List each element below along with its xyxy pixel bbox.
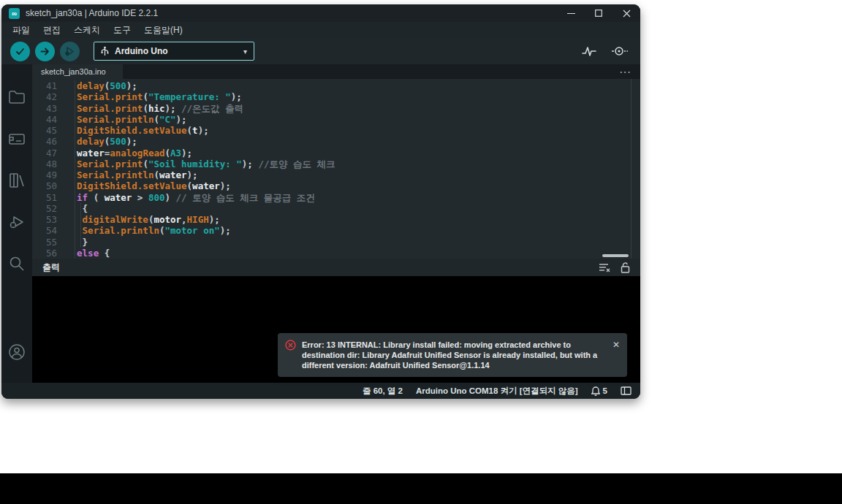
board-port-status[interactable]: Arduino Uno COM18 켜기 [연결되지 않음] [416, 386, 578, 397]
menu-help[interactable]: 도움말(H) [137, 24, 189, 37]
code-text: } [57, 237, 88, 248]
more-actions-icon[interactable]: ··· [620, 66, 640, 77]
cursor-position[interactable]: 줄 60, 열 2 [363, 386, 403, 397]
code-line: 42 Serial.print("Temperature: "); [32, 91, 640, 102]
vertical-scrollbar[interactable] [631, 79, 640, 259]
close-button[interactable] [612, 4, 640, 22]
verify-button[interactable] [10, 42, 30, 61]
tab-label: sketch_jan30a.ino [41, 67, 106, 76]
line-number: 42 [32, 91, 57, 102]
line-number: 50 [32, 180, 57, 191]
code-text: Serial.print(hic); //온도값 출력 [57, 103, 243, 114]
line-number: 48 [32, 159, 57, 169]
search-icon[interactable] [1, 243, 32, 284]
menu-file[interactable]: 파일 [6, 24, 37, 37]
code-text: Serial.print("Soil humidity: "); //토양 습도… [57, 159, 335, 169]
code-text: if ( water > 800) // 토양 습도 체크 물공급 조건 [57, 192, 315, 203]
arduino-logo-icon: ∞ [9, 8, 20, 19]
board-selector[interactable]: Arduino Uno ▾ [94, 42, 254, 61]
error-message: Error: 13 INTERNAL: Library install fail… [302, 340, 607, 370]
notifications-badge[interactable]: 5 [591, 386, 607, 396]
code-line: 54 Serial.println("motor on"); [32, 225, 640, 236]
code-line: 52 { [32, 203, 640, 214]
selected-board-label: Arduino Uno [115, 46, 168, 56]
upload-button[interactable] [35, 42, 55, 61]
toggle-panel-icon[interactable] [621, 386, 632, 395]
notification-close-icon[interactable]: ✕ [612, 340, 620, 350]
boards-manager-icon[interactable] [1, 118, 32, 159]
line-number: 56 [32, 248, 57, 259]
code-line: 43 Serial.print(hic); //온도값 출력 [32, 103, 640, 114]
line-number: 45 [32, 125, 57, 136]
code-text: delay(500); [57, 80, 137, 91]
code-line: 50 DigitShield.setValue(water); [32, 180, 640, 191]
code-line: 55 } [32, 237, 640, 248]
menu-edit[interactable]: 편집 [37, 24, 67, 37]
menu-bar: 파일 편집 스케치 도구 도움말(H) [1, 22, 640, 38]
account-icon[interactable] [1, 331, 32, 373]
code-text: else { [57, 248, 110, 259]
line-number: 54 [32, 225, 57, 236]
usb-icon [101, 46, 109, 56]
code-text: digitalWrite(motor,HIGH); [57, 214, 220, 225]
notification-count: 5 [603, 386, 607, 395]
debug-sidebar-icon[interactable] [1, 201, 32, 243]
right-arrow-icon [40, 47, 50, 56]
error-notification: Error: 13 INTERNAL: Library install fail… [278, 333, 627, 377]
serial-monitor-icon[interactable] [611, 45, 629, 57]
horizontal-scrollbar[interactable] [602, 254, 629, 257]
line-number: 51 [32, 192, 57, 203]
output-panel-header: 출력 [32, 259, 640, 276]
serial-plotter-icon[interactable] [582, 45, 596, 57]
library-manager-icon[interactable] [1, 159, 32, 201]
activity-sidebar [1, 64, 32, 383]
output-console[interactable]: Error: 13 INTERNAL: Library install fail… [32, 276, 640, 383]
menu-tools[interactable]: 도구 [107, 24, 137, 37]
code-text: delay(500); [57, 136, 137, 147]
tab-sketch-ino[interactable]: sketch_jan30a.ino [32, 64, 123, 79]
code-text: DigitShield.setValue(t); [57, 125, 209, 136]
minimize-button[interactable] [557, 4, 585, 22]
code-text: { [57, 203, 88, 214]
line-number: 46 [32, 136, 57, 147]
toolbar: Arduino Uno ▾ [1, 38, 640, 64]
window-title: sketch_jan30a | Arduino IDE 2.2.1 [26, 8, 158, 18]
code-line: 44 Serial.println("C"); [32, 114, 640, 125]
chevron-down-icon: ▾ [243, 47, 247, 56]
code-editor[interactable]: 41 delay(500);42 Serial.print("Temperatu… [32, 79, 640, 259]
clear-output-icon[interactable] [599, 263, 610, 272]
code-text: Serial.println(water); [57, 169, 198, 180]
line-number: 53 [32, 214, 57, 225]
menu-sketch[interactable]: 스케치 [67, 24, 107, 37]
debug-icon [64, 46, 75, 57]
code-line: 41 delay(500); [32, 80, 640, 91]
code-line: 51 if ( water > 800) // 토양 습도 체크 물공급 조건 [32, 192, 640, 203]
code-text: Serial.println("C"); [57, 114, 187, 125]
code-text: Serial.print("Temperature: "); [57, 91, 242, 102]
start-debug-button[interactable] [60, 42, 80, 61]
lock-output-icon[interactable] [621, 262, 630, 273]
tab-bar: sketch_jan30a.ino ··· [32, 64, 640, 79]
code-line: 53 digitalWrite(motor,HIGH); [32, 214, 640, 225]
line-number: 41 [32, 80, 57, 91]
line-number: 49 [32, 169, 57, 180]
line-number: 43 [32, 103, 57, 114]
arduino-ide-window: ∞ sketch_jan30a | Arduino IDE 2.2.1 파일 편… [1, 4, 640, 399]
title-bar: ∞ sketch_jan30a | Arduino IDE 2.2.1 [1, 4, 640, 22]
line-number: 55 [32, 237, 57, 248]
sketchbook-folder-icon[interactable] [1, 76, 32, 118]
code-text: DigitShield.setValue(water); [57, 180, 231, 191]
code-line: 46 delay(500); [32, 136, 640, 147]
error-circle-icon [285, 340, 296, 351]
status-bar: 줄 60, 열 2 Arduino Uno COM18 켜기 [연결되지 않음]… [1, 383, 640, 399]
code-line: 48 Serial.print("Soil humidity: "); //토양… [32, 159, 640, 169]
code-line: 45 DigitShield.setValue(t); [32, 125, 640, 136]
bell-icon [591, 386, 600, 396]
code-line: 56 else { [32, 248, 640, 259]
line-number: 52 [32, 203, 57, 214]
maximize-button[interactable] [585, 4, 612, 22]
code-text: Serial.println("motor on"); [57, 225, 231, 236]
line-number: 44 [32, 114, 57, 125]
code-lines: 41 delay(500);42 Serial.print("Temperatu… [32, 80, 640, 259]
check-icon [15, 47, 25, 56]
